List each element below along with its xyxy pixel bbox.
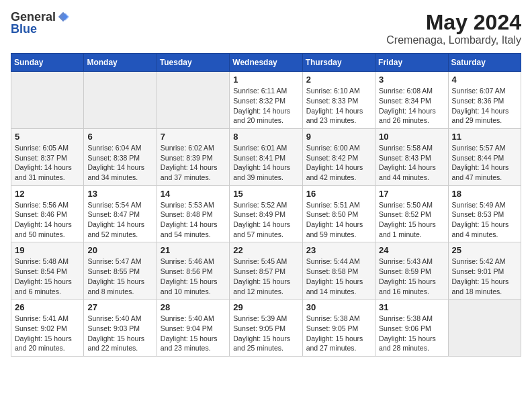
day-info: Sunrise: 5:57 AMSunset: 8:44 PMDaylight:…: [452, 143, 517, 183]
col-monday: Monday: [84, 54, 157, 72]
week-row-1: 1Sunrise: 6:11 AMSunset: 8:32 PMDaylight…: [11, 72, 521, 129]
day-cell: 8Sunrise: 6:01 AMSunset: 8:41 PMDaylight…: [230, 128, 302, 185]
day-number: 31: [379, 302, 444, 312]
day-number: 24: [379, 245, 444, 255]
header: General Blue May 2024 Cremenaga, Lombard…: [11, 11, 521, 46]
week-row-3: 12Sunrise: 5:56 AMSunset: 8:46 PMDayligh…: [11, 185, 521, 242]
day-info: Sunrise: 5:42 AMSunset: 9:01 PMDaylight:…: [452, 257, 517, 296]
calendar-table: Sunday Monday Tuesday Wednesday Thursday…: [11, 53, 521, 357]
day-cell: 15Sunrise: 5:52 AMSunset: 8:49 PMDayligh…: [230, 185, 302, 242]
logo-icon: [57, 11, 69, 23]
day-cell: 1Sunrise: 6:11 AMSunset: 8:32 PMDaylight…: [230, 72, 302, 129]
day-info: Sunrise: 5:48 AMSunset: 8:54 PMDaylight:…: [15, 257, 80, 296]
day-info: Sunrise: 5:39 AMSunset: 9:05 PMDaylight:…: [233, 314, 298, 353]
day-number: 14: [161, 189, 226, 199]
day-cell: 14Sunrise: 5:53 AMSunset: 8:48 PMDayligh…: [157, 185, 229, 242]
day-number: 2: [306, 75, 371, 85]
day-cell: 29Sunrise: 5:39 AMSunset: 9:05 PMDayligh…: [230, 300, 302, 357]
day-info: Sunrise: 6:05 AMSunset: 8:37 PMDaylight:…: [15, 143, 80, 183]
calendar-subtitle: Cremenaga, Lombardy, Italy: [386, 34, 521, 46]
day-cell: 7Sunrise: 6:02 AMSunset: 8:39 PMDaylight…: [157, 128, 229, 185]
day-info: Sunrise: 5:40 AMSunset: 9:04 PMDaylight:…: [161, 314, 226, 353]
day-info: Sunrise: 5:49 AMSunset: 8:53 PMDaylight:…: [452, 200, 517, 240]
day-info: Sunrise: 5:41 AMSunset: 9:02 PMDaylight:…: [15, 314, 80, 353]
title-area: May 2024 Cremenaga, Lombardy, Italy: [386, 11, 521, 46]
day-cell: 9Sunrise: 6:00 AMSunset: 8:42 PMDaylight…: [302, 128, 375, 185]
day-number: 17: [379, 189, 444, 199]
day-number: 20: [87, 245, 152, 255]
day-number: 9: [306, 132, 371, 142]
day-cell: [157, 72, 229, 129]
day-number: 10: [379, 132, 444, 142]
day-info: Sunrise: 6:00 AMSunset: 8:42 PMDaylight:…: [306, 143, 371, 183]
day-cell: 30Sunrise: 5:38 AMSunset: 9:05 PMDayligh…: [302, 300, 375, 357]
day-cell: 18Sunrise: 5:49 AMSunset: 8:53 PMDayligh…: [448, 185, 521, 242]
day-info: Sunrise: 5:47 AMSunset: 8:55 PMDaylight:…: [87, 257, 152, 296]
day-info: Sunrise: 5:38 AMSunset: 9:06 PMDaylight:…: [379, 314, 444, 353]
day-info: Sunrise: 5:56 AMSunset: 8:46 PMDaylight:…: [15, 200, 80, 240]
day-cell: 26Sunrise: 5:41 AMSunset: 9:02 PMDayligh…: [11, 300, 84, 357]
week-row-5: 26Sunrise: 5:41 AMSunset: 9:02 PMDayligh…: [11, 300, 521, 357]
day-cell: [84, 72, 157, 129]
day-number: 13: [87, 189, 152, 199]
day-number: 16: [306, 189, 371, 199]
week-row-4: 19Sunrise: 5:48 AMSunset: 8:54 PMDayligh…: [11, 242, 521, 300]
col-tuesday: Tuesday: [157, 54, 229, 72]
day-cell: 11Sunrise: 5:57 AMSunset: 8:44 PMDayligh…: [448, 128, 521, 185]
day-number: 21: [161, 245, 226, 255]
day-number: 5: [15, 132, 80, 142]
day-number: 8: [233, 132, 298, 142]
day-cell: 25Sunrise: 5:42 AMSunset: 9:01 PMDayligh…: [448, 242, 521, 300]
day-cell: [448, 300, 521, 357]
day-cell: 5Sunrise: 6:05 AMSunset: 8:37 PMDaylight…: [11, 128, 84, 185]
day-number: 6: [87, 132, 152, 142]
day-number: 18: [452, 189, 517, 199]
day-info: Sunrise: 6:10 AMSunset: 8:33 PMDaylight:…: [306, 86, 371, 126]
day-cell: 22Sunrise: 5:45 AMSunset: 8:57 PMDayligh…: [230, 242, 302, 300]
day-cell: 28Sunrise: 5:40 AMSunset: 9:04 PMDayligh…: [157, 300, 229, 357]
day-info: Sunrise: 6:11 AMSunset: 8:32 PMDaylight:…: [233, 86, 298, 126]
day-number: 22: [233, 245, 298, 255]
day-number: 11: [452, 132, 517, 142]
day-cell: 27Sunrise: 5:40 AMSunset: 9:03 PMDayligh…: [84, 300, 157, 357]
day-cell: 4Sunrise: 6:07 AMSunset: 8:36 PMDaylight…: [448, 72, 521, 129]
day-number: 25: [452, 245, 517, 255]
col-wednesday: Wednesday: [230, 54, 302, 72]
day-info: Sunrise: 5:38 AMSunset: 9:05 PMDaylight:…: [306, 314, 371, 353]
day-info: Sunrise: 5:43 AMSunset: 8:59 PMDaylight:…: [379, 257, 444, 296]
logo-blue: Blue: [11, 23, 37, 35]
calendar-title: May 2024: [386, 11, 521, 34]
col-friday: Friday: [375, 54, 448, 72]
day-cell: 16Sunrise: 5:51 AMSunset: 8:50 PMDayligh…: [302, 185, 375, 242]
day-cell: 12Sunrise: 5:56 AMSunset: 8:46 PMDayligh…: [11, 185, 84, 242]
day-cell: 2Sunrise: 6:10 AMSunset: 8:33 PMDaylight…: [302, 72, 375, 129]
day-info: Sunrise: 5:58 AMSunset: 8:43 PMDaylight:…: [379, 143, 444, 183]
day-number: 29: [233, 302, 298, 312]
day-cell: 24Sunrise: 5:43 AMSunset: 8:59 PMDayligh…: [375, 242, 448, 300]
day-cell: 20Sunrise: 5:47 AMSunset: 8:55 PMDayligh…: [84, 242, 157, 300]
day-cell: 19Sunrise: 5:48 AMSunset: 8:54 PMDayligh…: [11, 242, 84, 300]
day-info: Sunrise: 6:07 AMSunset: 8:36 PMDaylight:…: [452, 86, 517, 126]
day-number: 1: [233, 75, 298, 85]
day-info: Sunrise: 5:52 AMSunset: 8:49 PMDaylight:…: [233, 200, 298, 240]
day-number: 23: [306, 245, 371, 255]
day-info: Sunrise: 5:44 AMSunset: 8:58 PMDaylight:…: [306, 257, 371, 296]
day-info: Sunrise: 5:54 AMSunset: 8:47 PMDaylight:…: [87, 200, 152, 240]
day-cell: 31Sunrise: 5:38 AMSunset: 9:06 PMDayligh…: [375, 300, 448, 357]
day-number: 19: [15, 245, 80, 255]
logo: General Blue: [11, 11, 69, 35]
day-cell: 21Sunrise: 5:46 AMSunset: 8:56 PMDayligh…: [157, 242, 229, 300]
day-number: 7: [161, 132, 226, 142]
day-number: 12: [15, 189, 80, 199]
day-info: Sunrise: 5:45 AMSunset: 8:57 PMDaylight:…: [233, 257, 298, 296]
day-number: 4: [452, 75, 517, 85]
header-row: Sunday Monday Tuesday Wednesday Thursday…: [11, 54, 521, 72]
day-info: Sunrise: 6:02 AMSunset: 8:39 PMDaylight:…: [161, 143, 226, 183]
day-number: 15: [233, 189, 298, 199]
day-number: 30: [306, 302, 371, 312]
day-info: Sunrise: 5:46 AMSunset: 8:56 PMDaylight:…: [161, 257, 226, 296]
day-cell: [11, 72, 84, 129]
day-cell: 6Sunrise: 6:04 AMSunset: 8:38 PMDaylight…: [84, 128, 157, 185]
day-info: Sunrise: 6:08 AMSunset: 8:34 PMDaylight:…: [379, 86, 444, 126]
day-cell: 10Sunrise: 5:58 AMSunset: 8:43 PMDayligh…: [375, 128, 448, 185]
